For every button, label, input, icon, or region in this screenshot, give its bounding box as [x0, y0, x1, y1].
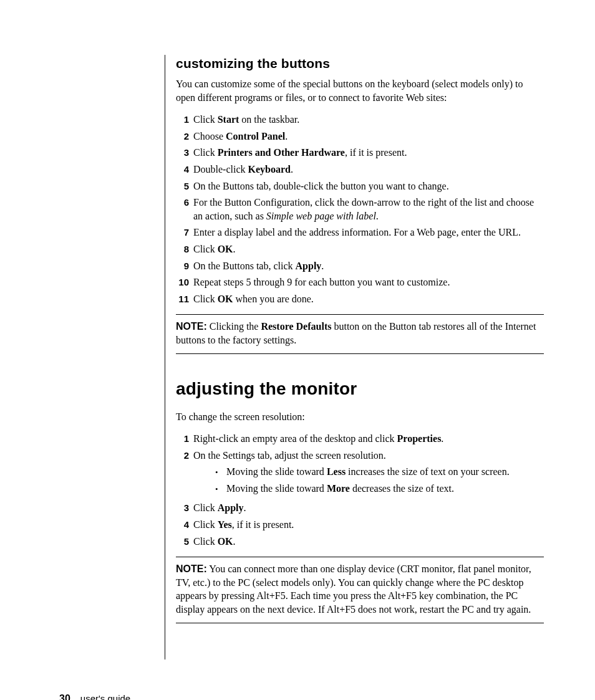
sub-item: •Moving the slide toward More decreases …: [215, 482, 544, 496]
step-number: 8: [176, 243, 193, 256]
list-item: 4Click Yes, if it is present.: [176, 518, 544, 532]
list-item: 3Click Printers and Other Hardware, if i…: [176, 146, 544, 160]
list-item: 10Repeat steps 5 through 9 for each butt…: [176, 276, 544, 289]
note-bold: Restore Defaults: [261, 321, 331, 332]
section1-heading: customizing the buttons: [176, 56, 544, 71]
section2-intro: To change the screen resolution:: [176, 410, 544, 424]
step-number: 11: [176, 293, 193, 305]
step-text: Click OK.: [193, 535, 544, 549]
step-number: 2: [176, 449, 193, 462]
page: customizing the buttons You can customiz…: [0, 0, 595, 700]
step-number: 2: [176, 130, 193, 143]
step-text: Double-click Keyboard.: [193, 163, 544, 176]
list-item: 4Double-click Keyboard.: [176, 163, 544, 176]
bullet-icon: •: [215, 484, 226, 495]
list-item: 2On the Settings tab, adjust the screen …: [176, 449, 544, 499]
step-number: 7: [176, 226, 193, 239]
page-number: 30: [59, 693, 70, 700]
list-item: 5On the Buttons tab, double-click the bu…: [176, 180, 544, 193]
note-text: You can connect more than one display de…: [176, 563, 531, 615]
list-item: 8Click OK.: [176, 242, 544, 256]
section1-note: NOTE: Clicking the Restore Defaults butt…: [176, 314, 544, 353]
section1-intro: You can customize some of the special bu…: [176, 77, 544, 104]
margin-rule: [165, 55, 165, 659]
page-footer: 30 user's guide: [59, 693, 130, 700]
section2-heading: adjusting the monitor: [176, 379, 544, 399]
section2-note: NOTE: You can connect more than one disp…: [176, 557, 544, 623]
bullet-icon: •: [215, 467, 226, 478]
list-item: 1Click Start on the taskbar.: [176, 113, 544, 127]
step-text: Click Start on the taskbar.: [193, 113, 544, 127]
section2-steps: 1Right-click an empty area of the deskto…: [176, 432, 544, 548]
step-number: 1: [176, 433, 193, 445]
list-item: 7Enter a display label and the address i…: [176, 226, 544, 239]
step-number: 4: [176, 519, 193, 531]
list-item: 11Click OK when you are done.: [176, 292, 544, 306]
list-item: 3Click Apply.: [176, 501, 544, 515]
step-number: 1: [176, 113, 193, 126]
note-text-pre: Clicking the: [207, 321, 261, 332]
step-text: Click Apply.: [193, 501, 544, 515]
list-item: 5Click OK.: [176, 535, 544, 549]
step-number: 6: [176, 196, 193, 209]
step-number: 4: [176, 163, 193, 176]
list-item: 6For the Button Configuration, click the…: [176, 196, 544, 223]
list-item: 2Choose Control Panel.: [176, 130, 544, 143]
sub-list: •Moving the slide toward Less increases …: [193, 465, 544, 495]
list-item: 9On the Buttons tab, click Apply.: [176, 259, 544, 273]
step-number: 5: [176, 180, 193, 193]
section1-steps: 1Click Start on the taskbar.2Choose Cont…: [176, 113, 544, 305]
step-text: Enter a display label and the address in…: [193, 226, 544, 239]
step-text: Choose Control Panel.: [193, 130, 544, 143]
sub-item: •Moving the slide toward Less increases …: [215, 465, 544, 479]
sub-text: Moving the slide toward Less increases t…: [226, 465, 510, 479]
footer-title: user's guide: [80, 693, 130, 700]
sub-text: Moving the slide toward More decreases t…: [226, 482, 454, 496]
step-text: Right-click an empty area of the desktop…: [193, 432, 544, 446]
step-text: For the Button Configuration, click the …: [193, 196, 544, 223]
list-item: 1Right-click an empty area of the deskto…: [176, 432, 544, 446]
content-area: customizing the buttons You can customiz…: [176, 56, 544, 623]
step-text: On the Settings tab, adjust the screen r…: [193, 449, 544, 499]
note-label: NOTE:: [176, 321, 207, 332]
step-text: On the Buttons tab, double-click the but…: [193, 180, 544, 193]
step-text: Repeat steps 5 through 9 for each button…: [193, 276, 544, 289]
step-number: 10: [176, 276, 193, 289]
step-number: 3: [176, 502, 193, 514]
step-number: 5: [176, 535, 193, 548]
step-text: Click OK when you are done.: [193, 292, 544, 306]
step-number: 9: [176, 260, 193, 272]
note-label: NOTE:: [176, 563, 207, 574]
step-text: Click Yes, if it is present.: [193, 518, 544, 532]
step-text: On the Buttons tab, click Apply.: [193, 259, 544, 273]
step-text: Click Printers and Other Hardware, if it…: [193, 146, 544, 160]
step-number: 3: [176, 146, 193, 159]
step-text: Click OK.: [193, 242, 544, 256]
